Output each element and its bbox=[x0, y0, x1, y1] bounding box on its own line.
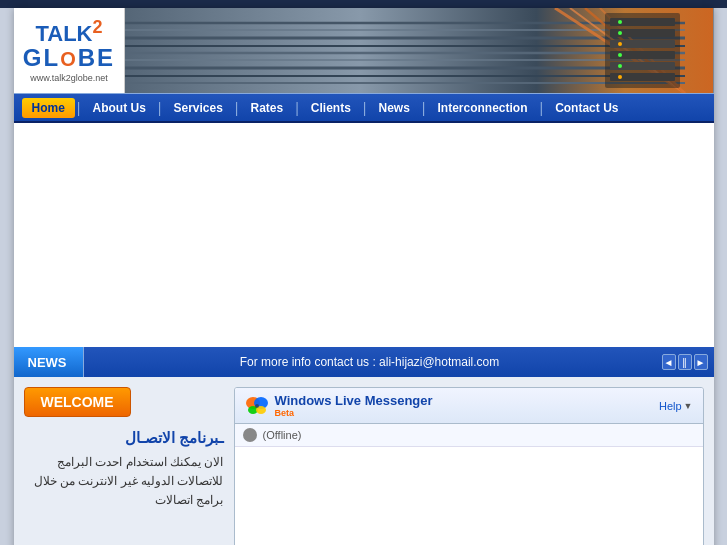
nav-sep-5: | bbox=[361, 100, 369, 116]
left-panel: WELCOME ـبرنامج الاتصـال الان يمكنك استخ… bbox=[24, 387, 224, 545]
news-bar: NEWS For more info contact us : ali-hija… bbox=[14, 347, 714, 377]
nav-sep-2: | bbox=[156, 100, 164, 116]
inner-wrapper: TALK2 GLOBE www.talk2globe.net bbox=[14, 8, 714, 545]
status-icon bbox=[243, 428, 257, 442]
nav-services[interactable]: Services bbox=[163, 97, 232, 119]
bottom-section: WELCOME ـبرنامج الاتصـال الان يمكنك استخ… bbox=[14, 377, 714, 545]
logo-container: TALK2 bbox=[35, 18, 102, 45]
messenger-help-arrow-icon: ▼ bbox=[684, 401, 693, 411]
nav-home[interactable]: Home bbox=[22, 98, 75, 118]
logo-globe: GLOBE bbox=[23, 46, 115, 70]
nav-news[interactable]: News bbox=[368, 97, 419, 119]
nav-sep-7: | bbox=[537, 100, 545, 116]
messenger-help-area: Help ▼ bbox=[659, 400, 693, 412]
arabic-text: الان يمكنك استخدام احدت البرامج للاتصالا… bbox=[24, 453, 224, 511]
svg-point-24 bbox=[618, 53, 622, 57]
messenger-title: Windows Live Messenger bbox=[275, 393, 433, 408]
svg-point-31 bbox=[255, 404, 259, 408]
arabic-title: ـبرنامج الاتصـال bbox=[24, 429, 224, 447]
page-wrapper: TALK2 GLOBE www.talk2globe.net bbox=[0, 0, 727, 545]
messenger-logo: Windows Live Messenger Beta bbox=[245, 393, 433, 418]
welcome-button[interactable]: WELCOME bbox=[24, 387, 131, 417]
nav-interconnection[interactable]: Interconnection bbox=[427, 97, 537, 119]
news-text: For more info contact us : ali-hijazi@ho… bbox=[84, 355, 656, 369]
messenger-title-area: Windows Live Messenger Beta bbox=[275, 393, 433, 418]
msn-butterfly-icon bbox=[245, 396, 269, 416]
nav-contact[interactable]: Contact Us bbox=[545, 97, 628, 119]
svg-point-21 bbox=[618, 20, 622, 24]
messenger-body bbox=[235, 447, 703, 545]
main-content bbox=[14, 123, 714, 343]
navbar: Home | About Us | Services | Rates | Cli… bbox=[14, 93, 714, 123]
messenger-beta-label: Beta bbox=[275, 408, 433, 418]
messenger-status-bar: (Offline) bbox=[235, 424, 703, 447]
svg-point-23 bbox=[618, 42, 622, 46]
logo-tagline: www.talk2globe.net bbox=[30, 73, 108, 83]
nav-sep-6: | bbox=[420, 100, 428, 116]
nav-clients[interactable]: Clients bbox=[301, 97, 361, 119]
logo-area: TALK2 GLOBE www.talk2globe.net bbox=[14, 8, 126, 93]
svg-point-26 bbox=[618, 75, 622, 79]
messenger-panel: Windows Live Messenger Beta Help ▼ (Offl… bbox=[234, 387, 704, 545]
status-text: (Offline) bbox=[263, 429, 302, 441]
header-banner bbox=[125, 8, 713, 93]
news-label: NEWS bbox=[14, 347, 84, 377]
news-prev-btn[interactable]: ◄ bbox=[662, 354, 676, 370]
banner-svg bbox=[125, 8, 713, 93]
nav-rates[interactable]: Rates bbox=[240, 97, 293, 119]
nav-about[interactable]: About Us bbox=[82, 97, 155, 119]
messenger-header: Windows Live Messenger Beta Help ▼ bbox=[235, 388, 703, 424]
messenger-help-link[interactable]: Help bbox=[659, 400, 682, 412]
svg-point-25 bbox=[618, 64, 622, 68]
news-pause-btn[interactable]: ‖ bbox=[678, 354, 692, 370]
logo-talk: TALK2 bbox=[35, 18, 102, 45]
top-border bbox=[0, 0, 727, 8]
news-next-btn[interactable]: ► bbox=[694, 354, 708, 370]
nav-sep-3: | bbox=[233, 100, 241, 116]
logo-number: 2 bbox=[92, 17, 102, 37]
svg-point-22 bbox=[618, 31, 622, 35]
header: TALK2 GLOBE www.talk2globe.net bbox=[14, 8, 714, 93]
nav-sep-1: | bbox=[75, 100, 83, 116]
nav-sep-4: | bbox=[293, 100, 301, 116]
news-controls: ◄ ‖ ► bbox=[656, 354, 714, 370]
